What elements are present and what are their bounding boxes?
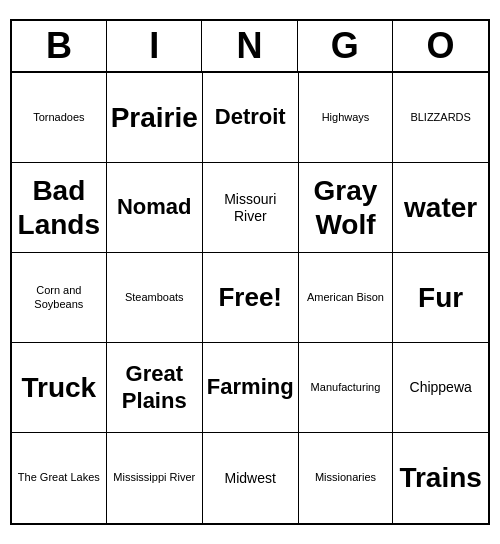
bingo-cell-22: Midwest bbox=[203, 433, 299, 523]
bingo-cell-text-5: Bad Lands bbox=[16, 174, 102, 241]
bingo-cell-1: Prairie bbox=[107, 73, 203, 163]
bingo-cell-8: Gray Wolf bbox=[299, 163, 394, 253]
bingo-cell-16: Great Plains bbox=[107, 343, 203, 433]
bingo-cell-text-3: Highways bbox=[322, 111, 370, 124]
bingo-cell-19: Chippewa bbox=[393, 343, 488, 433]
bingo-cell-text-19: Chippewa bbox=[410, 379, 472, 396]
bingo-cell-14: Fur bbox=[393, 253, 488, 343]
bingo-cell-text-15: Truck bbox=[21, 371, 96, 405]
bingo-cell-text-1: Prairie bbox=[111, 101, 198, 135]
bingo-cell-text-12: Free! bbox=[218, 282, 282, 313]
bingo-header: BINGO bbox=[12, 21, 488, 73]
bingo-card: BINGO TornadoesPrairieDetroitHighwaysBLI… bbox=[10, 19, 490, 525]
bingo-cell-0: Tornadoes bbox=[12, 73, 107, 163]
bingo-cell-text-13: American Bison bbox=[307, 291, 384, 304]
bingo-cell-12: Free! bbox=[203, 253, 299, 343]
header-letter-N: N bbox=[202, 21, 297, 71]
bingo-cell-text-20: The Great Lakes bbox=[18, 471, 100, 484]
bingo-cell-text-14: Fur bbox=[418, 281, 463, 315]
bingo-cell-text-18: Manufacturing bbox=[311, 381, 381, 394]
bingo-cell-20: The Great Lakes bbox=[12, 433, 107, 523]
bingo-cell-text-21: Mississippi River bbox=[113, 471, 195, 484]
bingo-cell-3: Highways bbox=[299, 73, 394, 163]
bingo-cell-text-17: Farming bbox=[207, 374, 294, 400]
bingo-cell-text-7: Missouri River bbox=[207, 191, 294, 225]
bingo-cell-7: Missouri River bbox=[203, 163, 299, 253]
bingo-cell-17: Farming bbox=[203, 343, 299, 433]
bingo-cell-23: Missionaries bbox=[299, 433, 394, 523]
bingo-cell-text-10: Corn and Soybeans bbox=[16, 284, 102, 310]
bingo-cell-21: Mississippi River bbox=[107, 433, 203, 523]
bingo-cell-15: Truck bbox=[12, 343, 107, 433]
bingo-cell-5: Bad Lands bbox=[12, 163, 107, 253]
bingo-cell-text-24: Trains bbox=[399, 461, 481, 495]
bingo-cell-4: BLIZZARDS bbox=[393, 73, 488, 163]
bingo-cell-18: Manufacturing bbox=[299, 343, 394, 433]
bingo-cell-text-9: water bbox=[404, 191, 477, 225]
bingo-cell-text-6: Nomad bbox=[117, 194, 192, 220]
bingo-cell-10: Corn and Soybeans bbox=[12, 253, 107, 343]
bingo-cell-text-8: Gray Wolf bbox=[303, 174, 389, 241]
header-letter-G: G bbox=[298, 21, 393, 71]
bingo-cell-9: water bbox=[393, 163, 488, 253]
bingo-cell-text-23: Missionaries bbox=[315, 471, 376, 484]
bingo-cell-text-16: Great Plains bbox=[111, 361, 198, 414]
bingo-cell-13: American Bison bbox=[299, 253, 394, 343]
bingo-cell-text-2: Detroit bbox=[215, 104, 286, 130]
header-letter-B: B bbox=[12, 21, 107, 71]
bingo-cell-text-22: Midwest bbox=[225, 470, 276, 487]
bingo-cell-2: Detroit bbox=[203, 73, 299, 163]
bingo-cell-24: Trains bbox=[393, 433, 488, 523]
bingo-cell-6: Nomad bbox=[107, 163, 203, 253]
header-letter-O: O bbox=[393, 21, 488, 71]
header-letter-I: I bbox=[107, 21, 202, 71]
bingo-cell-11: Steamboats bbox=[107, 253, 203, 343]
bingo-grid: TornadoesPrairieDetroitHighwaysBLIZZARDS… bbox=[12, 73, 488, 523]
bingo-cell-text-11: Steamboats bbox=[125, 291, 184, 304]
bingo-cell-text-0: Tornadoes bbox=[33, 111, 84, 124]
bingo-cell-text-4: BLIZZARDS bbox=[410, 111, 471, 124]
